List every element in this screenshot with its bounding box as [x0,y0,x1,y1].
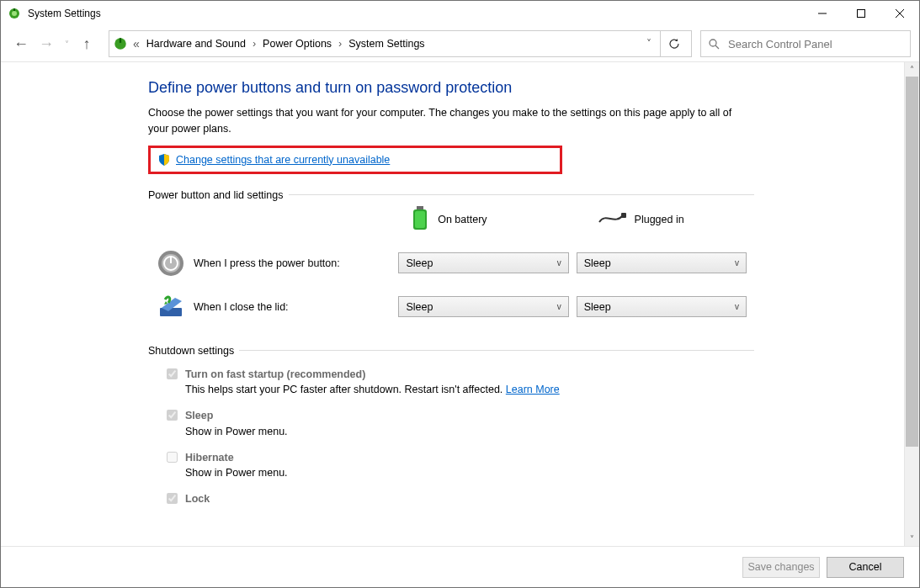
recent-locations-button[interactable]: ˅ [60,32,73,56]
maximize-button[interactable] [842,1,880,26]
power-button-plugged-dropdown[interactable]: Sleepv [577,252,747,273]
svg-rect-4 [858,10,865,18]
chevron-right-icon: › [337,38,343,50]
hibernate-desc: Show in Power menu. [185,465,288,481]
refresh-button[interactable] [660,31,688,56]
col-on-battery-label: On battery [438,214,487,225]
hibernate-checkbox [167,452,178,463]
search-input[interactable] [726,37,903,51]
fast-startup-checkbox [167,368,178,379]
forward-button[interactable]: → [35,32,58,56]
svg-rect-8 [120,38,121,43]
fast-startup-desc: This helps start your PC faster after sh… [185,384,506,395]
admin-link-highlight: Change settings that are currently unava… [148,146,562,174]
up-button[interactable]: ↑ [75,32,98,56]
search-field[interactable] [700,30,911,57]
address-bar-icon [113,36,128,51]
chevron-left-icon[interactable]: « [131,37,141,50]
chevron-down-icon[interactable]: ˅ [641,38,657,50]
scroll-down-button[interactable]: ˅ [905,532,919,546]
save-changes-button[interactable]: Save changes [742,557,820,578]
svg-point-2 [12,11,17,16]
svg-rect-13 [415,211,425,228]
app-icon [8,7,21,20]
change-settings-link[interactable]: Change settings that are currently unava… [176,154,390,166]
vertical-scrollbar[interactable]: ˄ ˅ [904,62,919,546]
page-heading: Define power buttons and turn on passwor… [148,79,754,97]
page-description: Choose the power settings that you want … [148,105,746,137]
nav-row: ← → ˅ ↑ « Hardware and Sound › Power Opt… [1,26,919,61]
svg-line-10 [715,45,719,49]
lock-checkbox [167,493,178,504]
svg-rect-14 [621,213,626,218]
power-button-icon [157,249,185,278]
back-button[interactable]: ← [9,32,33,56]
lid-plugged-dropdown[interactable]: Sleepv [577,296,747,317]
hibernate-label: Hibernate [185,450,288,466]
close-button[interactable] [880,1,919,26]
power-button-battery-dropdown[interactable]: Sleepv [398,252,568,273]
lock-label: Lock [185,491,210,507]
bottom-bar: Save changes Cancel [1,546,919,587]
address-bar[interactable]: « Hardware and Sound › Power Options › S… [109,30,692,57]
svg-rect-11 [417,206,423,209]
lid-icon [157,293,185,321]
minimize-button[interactable] [803,1,842,26]
titlebar: System Settings [1,1,919,26]
learn-more-link[interactable]: Learn More [506,384,560,395]
col-plugged-in-label: Plugged in [635,214,684,225]
fast-startup-label: Turn on fast startup (recommended) [185,367,560,383]
sleep-desc: Show in Power menu. [185,424,288,440]
sleep-label: Sleep [185,408,288,424]
power-button-row-label: When I press the power button: [194,257,340,269]
section-power-title: Power button and lid settings [148,189,284,201]
chevron-right-icon: › [251,38,258,50]
breadcrumb-hardware[interactable]: Hardware and Sound [145,38,247,50]
shield-icon [157,153,171,167]
breadcrumb-power[interactable]: Power Options [261,38,333,50]
svg-point-9 [710,40,716,46]
scroll-up-button[interactable]: ˄ [905,62,919,77]
search-icon [708,38,720,50]
plug-icon [598,210,626,230]
lid-row-label: When I close the lid: [194,301,289,313]
breadcrumb-system[interactable]: System Settings [347,38,426,50]
battery-icon [411,206,429,234]
window-title: System Settings [28,8,101,19]
cancel-button[interactable]: Cancel [827,557,904,578]
lid-battery-dropdown[interactable]: Sleepv [398,296,568,317]
section-shutdown-title: Shutdown settings [148,345,234,357]
scroll-thumb[interactable] [906,77,918,447]
sleep-checkbox [167,410,178,421]
